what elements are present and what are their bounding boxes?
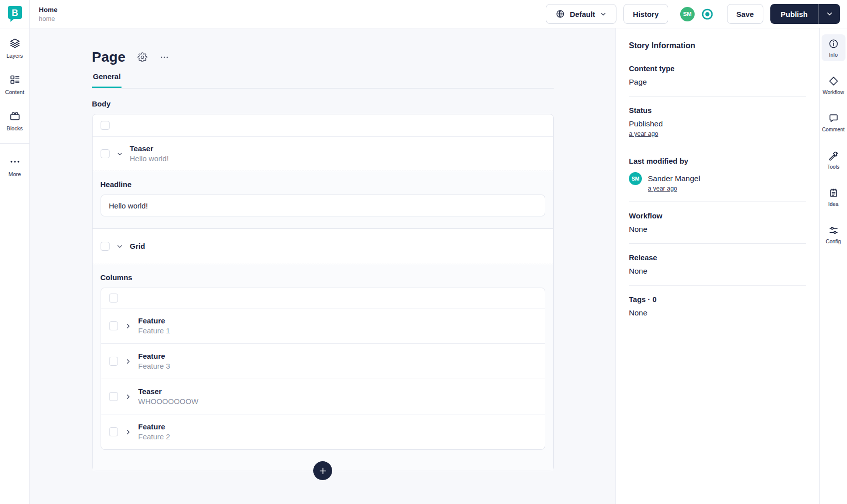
topbar-actions: Default History SM Save Publish	[546, 0, 847, 28]
story-slug: home	[39, 15, 58, 22]
left-navigation-rail: Layers Content Blocks More	[0, 28, 30, 504]
teaser-block-row[interactable]: Teaser Hello world!	[93, 137, 553, 171]
divider	[629, 96, 806, 97]
chevron-down-icon[interactable]	[116, 243, 123, 250]
history-button[interactable]: History	[623, 4, 668, 24]
status-section: Status Published a year ago	[629, 106, 806, 137]
save-button[interactable]: Save	[727, 4, 763, 24]
tags-label: Tags · 0	[629, 295, 806, 303]
content-type-settings-button[interactable]	[137, 52, 147, 62]
column-item-row[interactable]: Feature Feature 1	[101, 308, 545, 343]
item-checkbox[interactable]	[109, 321, 118, 330]
last-modified-person: SM Sander Mangel a year ago	[629, 172, 806, 192]
save-label: Save	[736, 10, 754, 18]
body-blocks-card: Teaser Hello world! Headline Grid	[92, 114, 554, 471]
publish-button[interactable]: Publish	[770, 4, 818, 24]
tab-label: Comment	[822, 126, 845, 132]
tab-workflow[interactable]: Workflow	[822, 72, 846, 99]
right-tool-rail: Info Workflow Comment Tools	[819, 28, 847, 504]
chevron-right-icon[interactable]	[124, 358, 132, 365]
chevron-right-icon[interactable]	[124, 393, 132, 401]
body-field-label: Body	[92, 100, 554, 108]
teaser-checkbox[interactable]	[101, 149, 110, 158]
block-subtitle: Feature 2	[138, 432, 170, 442]
headline-input[interactable]	[101, 195, 545, 216]
block-text: Feature Feature 2	[138, 422, 170, 442]
teaser-expanded-panel: Headline	[93, 171, 553, 228]
block-text: Teaser WHOOOOOOOW	[138, 387, 199, 406]
visual-editor-toggle-icon[interactable]	[701, 7, 714, 21]
content-type-section: Content type Page	[629, 64, 806, 87]
ellipsis-icon	[159, 52, 169, 62]
breadcrumb: Home home	[30, 0, 58, 28]
release-value: None	[629, 267, 806, 276]
sidebar-item-label: Content	[5, 89, 24, 95]
sidebar-item-more[interactable]: More	[8, 156, 21, 177]
page-more-options-button[interactable]	[159, 52, 169, 62]
tab-general[interactable]: General	[92, 72, 122, 88]
tab-config[interactable]: Config	[822, 221, 846, 248]
block-text: Feature Feature 3	[138, 351, 170, 371]
block-text: Feature Feature 1	[138, 316, 170, 336]
publish-options-button[interactable]	[818, 4, 840, 24]
block-text: Teaser Hello world!	[130, 144, 169, 164]
story-title: Home	[39, 6, 58, 13]
language-label: Default	[570, 10, 595, 18]
column-item-row[interactable]: Feature Feature 2	[101, 414, 545, 449]
sidebar-item-content[interactable]: Content	[5, 74, 24, 95]
page-head: Page	[92, 49, 554, 65]
tab-label: Idea	[828, 201, 838, 207]
headline-field-label: Headline	[101, 180, 545, 189]
tab-comment[interactable]: Comment	[822, 109, 846, 136]
grid-block-row[interactable]: Grid	[93, 228, 553, 264]
modifier-avatar: SM	[629, 172, 642, 185]
modifier-name: Sander Mangel	[648, 172, 700, 183]
add-block-button[interactable]	[313, 461, 332, 480]
panel-title: Story Information	[629, 41, 806, 50]
grid-checkbox[interactable]	[101, 242, 110, 251]
workspace: Layers Content Blocks More	[0, 28, 847, 504]
more-icon	[9, 156, 21, 168]
select-all-row	[93, 114, 553, 137]
content-editor: Page General Body	[30, 28, 615, 504]
editor-tabs: General	[92, 72, 554, 89]
top-bar: B Home home Default History SM	[0, 0, 847, 28]
item-checkbox[interactable]	[109, 357, 118, 366]
column-item-row[interactable]: Teaser WHOOOOOOOW	[101, 379, 545, 414]
sidebar-item-label: Layers	[6, 53, 23, 59]
language-selector-button[interactable]: Default	[546, 4, 616, 24]
block-subtitle: Feature 1	[138, 326, 170, 336]
sidebar-item-label: Blocks	[6, 125, 22, 131]
select-all-checkbox[interactable]	[101, 121, 110, 130]
column-item-row[interactable]: Feature Feature 3	[101, 343, 545, 379]
chevron-right-icon[interactable]	[124, 428, 132, 436]
content-type-value: Page	[629, 78, 806, 87]
sidebar-item-blocks[interactable]: Blocks	[6, 110, 22, 131]
config-icon	[828, 225, 839, 236]
workflow-icon	[828, 76, 839, 87]
block-title: Feature	[138, 316, 170, 326]
storyblok-logo[interactable]: B	[0, 0, 30, 28]
tab-label: Tools	[827, 164, 840, 170]
tab-idea[interactable]: Idea	[822, 184, 846, 210]
tab-label: Config	[826, 238, 841, 244]
status-label: Status	[629, 106, 806, 114]
sidebar-item-layers[interactable]: Layers	[6, 37, 23, 59]
idea-icon	[828, 188, 839, 199]
item-checkbox[interactable]	[109, 392, 118, 401]
chevron-down-icon[interactable]	[116, 150, 123, 158]
chevron-right-icon[interactable]	[124, 322, 132, 330]
divider	[629, 285, 806, 286]
comment-icon	[828, 113, 839, 124]
columns-select-all-checkbox[interactable]	[109, 294, 118, 302]
user-avatar[interactable]: SM	[680, 7, 695, 21]
chevron-down-icon	[826, 10, 834, 18]
tab-tools[interactable]: Tools	[822, 146, 846, 173]
item-checkbox[interactable]	[109, 427, 118, 436]
content-type-label: Content type	[629, 64, 806, 73]
block-title: Feature	[138, 422, 170, 432]
status-time-link[interactable]: a year ago	[629, 130, 658, 137]
gear-icon	[137, 52, 147, 62]
modified-time-link[interactable]: a year ago	[648, 185, 677, 192]
tab-info[interactable]: Info	[822, 34, 846, 61]
